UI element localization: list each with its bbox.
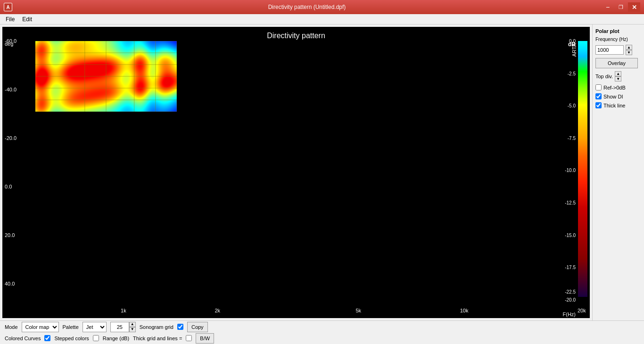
overlay-button[interactable]: Overlay	[595, 58, 638, 68]
sonogram-grid-label: Sonogram grid	[140, 324, 173, 330]
x-label-5k: 5k	[355, 308, 361, 313]
show-di-checkbox[interactable]	[595, 93, 602, 99]
x-label-20k: 20k	[578, 308, 586, 313]
db-label-20: -20.0	[565, 297, 576, 302]
db-label-5: -5.0	[568, 103, 576, 108]
app-icon: A	[4, 3, 12, 11]
thick-grid-lines-label: Thick grid and lines =	[133, 336, 182, 341]
toolbar-row1: Mode Color map Waterfall Palette Jet Hot…	[5, 322, 214, 332]
bw-button[interactable]: B/W	[196, 333, 214, 344]
topdiv-spin-up[interactable]: ▲	[615, 71, 621, 76]
number-input-row: ▲ ▼	[110, 322, 136, 332]
ref-0db-checkbox[interactable]	[595, 84, 602, 90]
frequency-input-row: ▲ ▼	[595, 45, 641, 55]
num-spin-down[interactable]: ▼	[129, 327, 136, 332]
mode-label: Mode	[5, 324, 18, 330]
stepped-colors-checkbox[interactable]	[93, 335, 99, 341]
y-label-6: 40.0	[5, 281, 15, 287]
x-label-10k: 10k	[460, 308, 469, 313]
thick-line-checkbox[interactable]	[595, 102, 602, 108]
arta-text: ARTA	[571, 43, 577, 57]
menu-edit[interactable]: Edit	[18, 15, 36, 24]
x-label-2k: 2k	[215, 308, 220, 313]
show-di-label: Show DI	[603, 94, 623, 99]
db-label-17-5: -17.5	[565, 265, 576, 270]
title-bar: A Directivity pattern (Untitled.dpf) − ❐…	[0, 0, 644, 14]
top-div-row: Top div. ▲ ▼	[595, 71, 641, 82]
window-controls: − ❐ ✕	[602, 2, 640, 12]
number-spinner: ▲ ▼	[129, 322, 136, 332]
main-content: Directivity pattern deg -60.0 -40.0 -20.…	[0, 25, 644, 320]
top-div-spinner: ▲ ▼	[615, 71, 621, 82]
colored-curves-checkbox[interactable]	[44, 335, 50, 341]
window-title: Directivity pattern (Untitled.dpf)	[12, 4, 602, 10]
db-label-7-5: -7.5	[568, 135, 576, 140]
restore-button[interactable]: ❐	[615, 2, 627, 12]
polar-plot-label: Polar plot	[595, 28, 641, 34]
y-label-4: 0.0	[5, 184, 12, 189]
plot-area: Directivity pattern deg -60.0 -40.0 -20.…	[2, 27, 590, 318]
frequency-input[interactable]	[595, 45, 624, 55]
y-label-2: -40.0	[5, 87, 17, 92]
stepped-colors-label: Stepped colors	[54, 336, 89, 341]
copy-button[interactable]: Copy	[187, 322, 208, 332]
num-spin-up[interactable]: ▲	[129, 322, 136, 327]
show-di-row: Show DI	[595, 93, 641, 99]
minimize-button[interactable]: −	[602, 2, 614, 12]
toolbar-rows: Mode Color map Waterfall Palette Jet Hot…	[5, 322, 214, 344]
bottom-toolbar: Mode Color map Waterfall Palette Jet Hot…	[0, 320, 644, 344]
db-label-12-5: -12.5	[565, 200, 576, 205]
topdiv-spin-down[interactable]: ▼	[615, 76, 621, 82]
db-label-10: -10.0	[565, 168, 576, 173]
frequency-spinner: ▲ ▼	[626, 45, 632, 55]
x-label-1k: 1k	[121, 308, 126, 313]
y-label-3: -20.0	[5, 135, 17, 141]
y-label-1: -60.0	[5, 38, 17, 44]
mode-select[interactable]: Color map Waterfall	[22, 322, 59, 332]
toolbar-row2: Colored Curves Stepped colors Range (dB)…	[5, 333, 214, 344]
sonogram-grid-checkbox[interactable]	[177, 324, 183, 330]
thick-line-label: Thick line	[603, 103, 625, 108]
ref-0db-label: Ref->0dB	[603, 85, 626, 90]
close-button[interactable]: ✕	[628, 2, 640, 12]
range-db-label: Range (dB)	[103, 336, 129, 341]
x-axis-title: F(Hz)	[563, 311, 576, 317]
db-label-15: -15.0	[565, 232, 576, 238]
colored-curves-label: Colored Curves	[5, 336, 41, 341]
plot-title: Directivity pattern	[267, 32, 325, 40]
thick-line-row: Thick line	[595, 102, 641, 108]
palette-label: Palette	[63, 324, 79, 330]
menu-file[interactable]: File	[2, 15, 18, 24]
ref-0db-row: Ref->0dB	[595, 84, 641, 90]
right-panel: Polar plot Frequency (Hz) ▲ ▼ Overlay To…	[592, 25, 644, 320]
freq-spin-up[interactable]: ▲	[626, 45, 632, 50]
frequency-label: Frequency (Hz)	[595, 37, 641, 42]
palette-select[interactable]: Jet Hot Cool HSV	[83, 322, 107, 332]
heatmap-canvas	[35, 41, 177, 112]
top-div-label: Top div.	[595, 74, 613, 79]
color-scale-bar	[578, 41, 587, 297]
freq-spin-down[interactable]: ▼	[626, 50, 632, 55]
y-label-5: 20.0	[5, 232, 15, 238]
number-input[interactable]	[110, 322, 129, 332]
db-label-2-5: -2.5	[568, 71, 576, 76]
menu-bar: File Edit	[0, 14, 644, 25]
thick-grid-lines-checkbox[interactable]	[186, 335, 192, 341]
color-scale	[578, 41, 590, 297]
db-label-22-5: -22.5	[565, 289, 576, 295]
db-label-0: 0.0	[569, 39, 576, 44]
